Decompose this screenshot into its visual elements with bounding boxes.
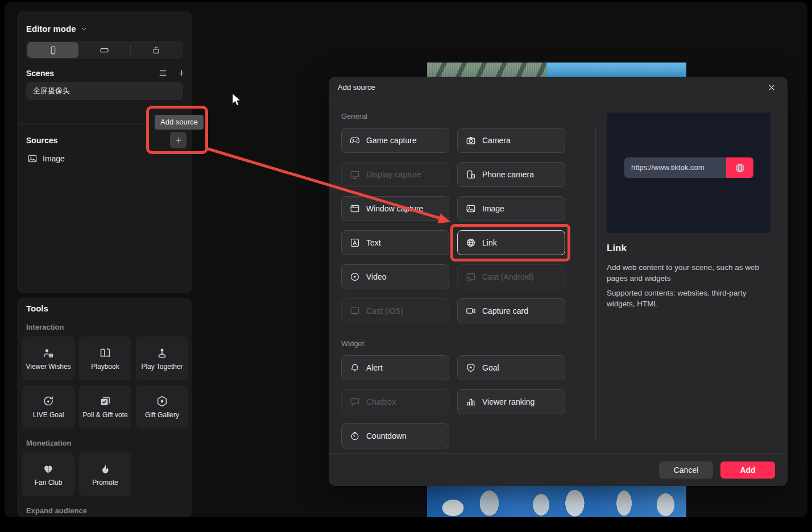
url-pill: https://www.tiktok.com [624,157,753,178]
image-icon [466,203,476,214]
editor-mode-label: Editor mode [26,24,76,34]
tools-section-label-monetization: Monetization [26,439,192,447]
source-item-image[interactable]: Image [457,196,565,221]
poll-gift-vote-icon [99,395,111,408]
preview-sky [546,63,686,77]
add-scene-icon[interactable] [177,68,187,78]
video-icon [350,272,360,282]
scene-item[interactable]: 全屏摄像头 [26,82,183,100]
tools-title: Tools [26,304,48,313]
source-item-video[interactable]: Video [341,264,449,289]
source-row-image[interactable]: Image [27,153,65,164]
tool-card-gift-gallery[interactable]: Gift Gallery [136,385,188,429]
camera-icon [466,135,476,146]
tool-card-label: Viewer Wishes [23,363,73,371]
text-icon [350,238,360,248]
source-item-goal[interactable]: Goal [457,355,565,380]
source-item-window-capture[interactable]: Window capture [341,196,449,221]
tools-grid-monetization: Fan ClubPromote [22,452,192,496]
tool-card-label: Playbook [89,363,121,371]
globe-icon [466,238,476,248]
source-item-link[interactable]: Link [457,230,565,255]
fan-club-icon [42,463,55,475]
source-grid-widget: AlertGoalChatboxViewer rankingCountdown [341,355,569,448]
source-item-game-capture[interactable]: Game capture [341,128,449,153]
tool-card-fan-club[interactable]: Fan Club [22,452,74,496]
stream-preview-top [427,63,686,77]
viewer-wishes-icon [42,347,55,359]
source-item-alert[interactable]: Alert [341,355,449,380]
layout-free-button [131,42,182,58]
url-field: https://www.tiktok.com [624,157,726,178]
source-item-label: Phone camera [482,170,534,179]
plus-icon [174,136,183,145]
add-source-modal: Add source GeneralGame captureCameraDisp… [329,77,788,486]
source-item-phone-camera[interactable]: Phone camera [457,162,565,187]
source-item-chatbox: Chatbox [341,389,449,414]
add-button[interactable]: Add [720,462,775,479]
modal-header: Add source [329,77,788,98]
tool-card-live-goal[interactable]: LIVE Goal [22,385,74,429]
close-icon[interactable] [764,80,780,95]
sources-title: Sources [26,136,57,145]
layout-portrait-button[interactable] [27,42,78,58]
cast-ios-icon [350,306,360,316]
tool-card-viewer-wishes[interactable]: Viewer Wishes [22,336,74,380]
list-icon[interactable] [158,68,168,78]
tool-card-label: Play Together [139,363,185,371]
modal-body: GeneralGame captureCameraDisplay capture… [329,98,788,453]
tools-section-label-expand-audience: Expand audience [26,506,192,515]
source-item-label: Display capture [366,170,421,179]
source-item-label: Chatbox [366,397,396,406]
source-item-camera[interactable]: Camera [457,128,565,153]
source-item-label: Viewer ranking [482,397,535,406]
preview-building-texture [427,63,546,77]
phone-landscape-icon [100,45,109,55]
play-together-icon [156,347,168,359]
lock-open-icon [152,45,161,55]
phone-camera-icon [466,169,476,180]
chatbox-icon [350,397,360,407]
editor-mode-dropdown[interactable]: Editor mode [26,24,88,34]
source-item-capture-card[interactable]: Capture card [457,298,565,323]
link-preview: https://www.tiktok.com [607,113,770,233]
tool-card-label: Poll & Gift vote [80,411,130,419]
source-item-viewer-ranking[interactable]: Viewer ranking [457,389,565,414]
detail-description-2: Supported contents: websites, third-part… [607,288,770,309]
app-window: Editor mode Scenes 全屏摄像头 Sour [5,2,807,517]
game-capture-icon [350,135,360,146]
layout-landscape-button[interactable] [78,42,130,58]
source-item-label: Cast (iOS) [366,306,403,315]
chevron-down-icon [80,25,88,33]
detail-heading: Link [607,243,770,254]
group-label-general: General [341,112,569,120]
tool-card-playbook[interactable]: Playbook [79,336,131,380]
add-source-tooltip: Add source [155,115,204,130]
source-item-label: Game capture [366,136,417,145]
source-item-countdown[interactable]: Countdown [341,423,449,448]
tool-card-play-together[interactable]: Play Together [136,336,188,380]
viewer-ranking-icon [466,397,476,407]
display-capture-icon [350,169,360,180]
phone-portrait-icon [48,45,58,55]
source-item-display-capture: Display capture [341,162,449,187]
tools-section-label-interaction: Interaction [26,323,192,331]
source-groups: GeneralGame captureCameraDisplay capture… [341,112,569,448]
source-item-text[interactable]: Text [341,230,449,255]
source-item-label: Text [366,238,381,247]
source-item-label: Alert [366,363,383,372]
modal-title: Add source [338,83,375,92]
window-capture-icon [350,203,360,214]
capture-card-icon [466,306,476,316]
tools-grid-interaction: Viewer WishesPlaybookPlay TogetherLIVE G… [22,336,192,429]
tool-card-promote[interactable]: Promote [79,452,131,496]
source-item-cast-ios: Cast (iOS) [341,298,449,323]
tool-card-poll-gift-vote[interactable]: Poll & Gift vote [79,385,131,429]
modal-footer: Cancel Add [329,453,788,486]
add-source-button[interactable] [170,132,187,148]
cancel-button[interactable]: Cancel [659,462,713,479]
live-goal-icon [42,395,55,408]
source-item-label: Window capture [366,204,423,213]
tool-card-label: Fan Club [32,479,65,487]
source-item-label: Countdown [366,431,407,440]
